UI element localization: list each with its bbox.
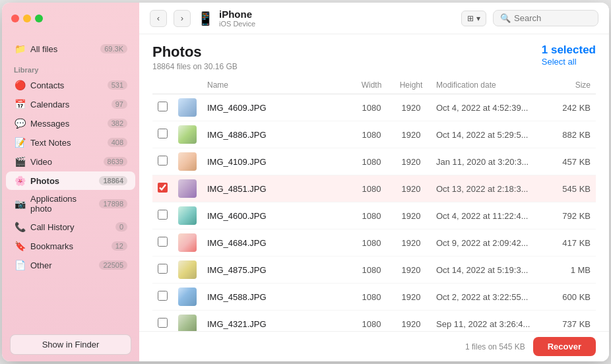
row-checkbox-8[interactable] <box>158 318 168 328</box>
col-header-check <box>152 76 173 94</box>
sidebar-item-other[interactable]: 📄 Other 22505 <box>6 256 135 274</box>
bookmarks-icon: 🔖 <box>14 240 26 252</box>
sidebar-item-messages[interactable]: 💬 Messages 382 <box>6 114 135 133</box>
search-input[interactable] <box>514 13 591 23</box>
sidebar-item-text-notes[interactable]: 📝 Text Notes 408 <box>6 133 135 152</box>
text-notes-icon: 📝 <box>14 136 26 148</box>
view-toggle-button[interactable]: ⊞ ▾ <box>461 11 486 26</box>
file-size-1: 882 KB <box>550 121 596 148</box>
titlebar: ‹ › 📱 iPhone iOS Device ⊞ ▾ 🔍 <box>139 3 609 34</box>
row-checkbox-3[interactable] <box>158 183 168 193</box>
table-body: IMG_4609.JPG10801920Oct 4, 2022 at 4:52:… <box>152 94 596 332</box>
call-history-badge: 0 <box>115 222 127 231</box>
content-title-group: Photos 18864 files on 30.16 GB <box>152 44 238 71</box>
col-header-height: Height <box>391 76 431 94</box>
video-label: Video <box>30 157 99 167</box>
row-checkbox-1[interactable] <box>158 129 168 138</box>
file-size-7: 600 KB <box>550 284 596 311</box>
content-header: Photos 18864 files on 30.16 GB 1 selecte… <box>139 34 609 76</box>
bookmarks-badge: 12 <box>112 241 127 251</box>
app-window: 📁 All files 69.3K Library 🔴 Contacts 531… <box>2 3 609 361</box>
video-badge: 8639 <box>104 157 127 166</box>
content-subtitle: 18864 files on 30.16 GB <box>152 62 238 71</box>
show-in-finder-button[interactable]: Show in Finder <box>10 334 131 355</box>
table-header-row: Name Width Height Modification date Size <box>152 76 596 94</box>
photos-table: Name Width Height Modification date Size… <box>152 76 596 331</box>
contacts-icon: 🔴 <box>14 79 26 91</box>
file-table: Name Width Height Modification date Size… <box>139 76 609 331</box>
table-row: IMG_4875.JPG10801920Oct 14, 2022 at 5:19… <box>152 257 596 284</box>
device-text: iPhone iOS Device <box>219 9 255 28</box>
sidebar: 📁 All files 69.3K Library 🔴 Contacts 531… <box>2 3 139 361</box>
file-height-8: 1920 <box>391 311 431 332</box>
file-date-3: Oct 13, 2022 at 2:18:3... <box>431 175 550 202</box>
select-all-button[interactable]: Select all <box>542 57 577 67</box>
file-name-1: IMG_4886.JPG <box>202 121 352 148</box>
file-name-8: IMG_4321.JPG <box>202 311 352 332</box>
file-name-2: IMG_4109.JPG <box>202 148 352 175</box>
file-width-8: 1080 <box>352 311 391 332</box>
table-row: IMG_4851.JPG10801920Oct 13, 2022 at 2:18… <box>152 175 596 202</box>
close-button[interactable] <box>11 15 19 22</box>
sidebar-item-video[interactable]: 🎬 Video 8639 <box>6 152 135 171</box>
file-name-4: IMG_4600.JPG <box>202 202 352 229</box>
applications-photo-badge: 17898 <box>99 199 127 208</box>
file-size-2: 457 KB <box>550 148 596 175</box>
sidebar-item-bookmarks[interactable]: 🔖 Bookmarks 12 <box>6 237 135 255</box>
device-info: 📱 iPhone iOS Device <box>197 9 455 28</box>
file-name-7: IMG_4588.JPG <box>202 284 352 311</box>
sidebar-item-contacts[interactable]: 🔴 Contacts 531 <box>6 76 135 94</box>
search-bar[interactable]: 🔍 <box>493 10 598 26</box>
recover-button[interactable]: Recover <box>533 337 596 356</box>
messages-label: Messages <box>30 119 103 129</box>
file-height-4: 1920 <box>391 202 431 229</box>
file-width-0: 1080 <box>352 94 391 121</box>
other-badge: 22505 <box>99 260 127 270</box>
thumbnail-0 <box>178 98 197 117</box>
file-size-6: 1 MB <box>550 257 596 284</box>
file-name-5: IMG_4684.JPG <box>202 229 352 257</box>
view-dropdown-icon: ▾ <box>476 14 480 23</box>
minimize-button[interactable] <box>23 15 31 22</box>
thumbnail-7 <box>178 288 197 306</box>
forward-button[interactable]: › <box>174 10 191 27</box>
file-size-0: 242 KB <box>550 94 596 121</box>
row-checkbox-7[interactable] <box>158 291 168 301</box>
file-height-3: 1920 <box>391 175 431 202</box>
sidebar-section-library: Library <box>2 61 139 75</box>
row-checkbox-5[interactable] <box>158 237 168 247</box>
content-area: Photos 18864 files on 30.16 GB 1 selecte… <box>139 34 609 361</box>
row-checkbox-2[interactable] <box>158 156 168 166</box>
file-date-2: Jan 11, 2020 at 3:20:3... <box>431 148 550 175</box>
thumbnail-6 <box>178 260 197 279</box>
maximize-button[interactable] <box>35 15 43 22</box>
file-size-5: 417 KB <box>550 229 596 257</box>
row-checkbox-6[interactable] <box>158 264 168 274</box>
sidebar-content: 📁 All files 69.3K Library 🔴 Contacts 531… <box>2 34 139 328</box>
row-checkbox-0[interactable] <box>158 102 168 111</box>
col-header-thumb <box>173 76 202 94</box>
other-icon: 📄 <box>14 259 26 271</box>
sidebar-item-calendars[interactable]: 📅 Calendars 97 <box>6 95 135 113</box>
main-panel: ‹ › 📱 iPhone iOS Device ⊞ ▾ 🔍 <box>139 3 609 361</box>
contacts-badge: 531 <box>108 80 127 90</box>
sidebar-item-photos[interactable]: 🌸 Photos 18864 <box>6 171 135 190</box>
thumbnail-1 <box>178 125 197 144</box>
file-date-8: Sep 11, 2022 at 3:26:4... <box>431 311 550 332</box>
file-height-6: 1920 <box>391 257 431 284</box>
sidebar-item-call-history[interactable]: 📞 Call History 0 <box>6 218 135 236</box>
sidebar-footer: Show in Finder <box>2 328 139 361</box>
row-checkbox-4[interactable] <box>158 210 168 220</box>
applications-photo-label: Applications photo <box>30 194 94 214</box>
file-name-3: IMG_4851.JPG <box>202 175 352 202</box>
contacts-label: Contacts <box>30 80 103 90</box>
table-row: IMG_4109.JPG10801920Jan 11, 2020 at 3:20… <box>152 148 596 175</box>
all-files-badge: 69.3K <box>100 44 127 53</box>
sidebar-item-applications-photo[interactable]: 📷 Applications photo 17898 <box>6 191 135 217</box>
sidebar-item-all-files[interactable]: 📁 All files 69.3K <box>6 40 135 58</box>
file-width-7: 1080 <box>352 284 391 311</box>
table-row: IMG_4886.JPG10801920Oct 14, 2022 at 5:29… <box>152 121 596 148</box>
file-width-4: 1080 <box>352 202 391 229</box>
back-button[interactable]: ‹ <box>150 10 167 27</box>
file-date-4: Oct 4, 2022 at 11:22:4... <box>431 202 550 229</box>
